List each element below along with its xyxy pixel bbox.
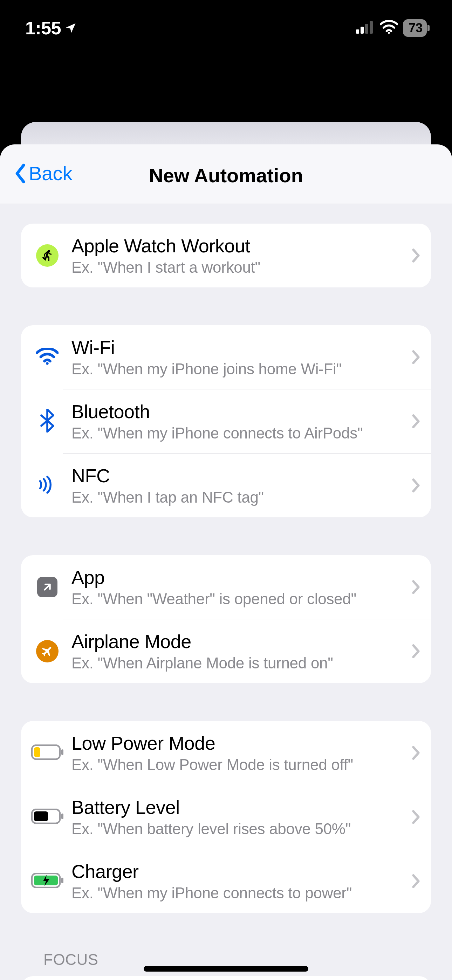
row-charger[interactable]: Charger Ex. "When my iPhone connects to … xyxy=(63,849,431,913)
row-title: Apple Watch Workout xyxy=(72,235,404,256)
svg-rect-2 xyxy=(365,24,368,33)
svg-rect-9 xyxy=(34,747,40,757)
battery-icon: 73 xyxy=(403,19,427,37)
battery-percent: 73 xyxy=(409,21,423,35)
row-wifi[interactable]: Wi-Fi Ex. "When my iPhone joins home Wi-… xyxy=(21,325,431,389)
app-icon xyxy=(37,577,57,597)
row-title: Airplane Mode xyxy=(72,630,404,652)
group-connectivity: Wi-Fi Ex. "When my iPhone joins home Wi-… xyxy=(21,325,431,517)
page-title: New Automation xyxy=(0,164,452,187)
airplane-icon xyxy=(36,640,59,662)
chevron-right-icon xyxy=(404,414,420,429)
cellular-icon xyxy=(356,21,375,35)
svg-rect-12 xyxy=(34,811,48,821)
svg-point-4 xyxy=(388,32,390,34)
row-title: Battery Level xyxy=(72,796,404,818)
row-subtitle: Ex. "When battery level rises above 50%" xyxy=(72,820,404,838)
chevron-right-icon xyxy=(404,644,420,659)
scroll-area[interactable]: Apple Watch Workout Ex. "When I start a … xyxy=(0,204,452,980)
group-power: Low Power Mode Ex. "When Low Power Mode … xyxy=(21,721,431,913)
chevron-right-icon xyxy=(404,478,420,493)
row-subtitle: Ex. "When Airplane Mode is turned on" xyxy=(72,654,404,672)
modal-sheet: Back New Automation Apple Watch Workout … xyxy=(0,145,452,980)
section-header-focus: FOCUS xyxy=(21,951,431,976)
row-subtitle: Ex. "When my iPhone joins home Wi-Fi" xyxy=(72,360,404,378)
chevron-right-icon xyxy=(404,248,420,263)
group-app: App Ex. "When "Weather" is opened or clo… xyxy=(21,555,431,683)
nfc-icon xyxy=(37,475,58,496)
row-subtitle: Ex. "When my iPhone connects to AirPods" xyxy=(72,425,404,442)
svg-rect-3 xyxy=(370,21,373,33)
chevron-right-icon xyxy=(404,809,420,825)
group-workout: Apple Watch Workout Ex. "When I start a … xyxy=(21,224,431,287)
row-bluetooth[interactable]: Bluetooth Ex. "When my iPhone connects t… xyxy=(63,389,431,453)
status-bar: 1:55 73 xyxy=(0,0,452,46)
row-low-power-mode[interactable]: Low Power Mode Ex. "When Low Power Mode … xyxy=(21,721,431,785)
location-icon xyxy=(64,22,77,34)
navigation-bar: Back New Automation xyxy=(0,145,452,204)
chevron-right-icon xyxy=(404,873,420,889)
status-time: 1:55 xyxy=(25,18,61,38)
charger-icon xyxy=(31,873,64,889)
row-subtitle: Ex. "When I start a workout" xyxy=(72,259,404,276)
group-focus: Do Not Disturb Ex. "When turning Do Not … xyxy=(21,976,431,980)
row-title: Bluetooth xyxy=(72,401,404,422)
row-title: Wi-Fi xyxy=(72,336,404,358)
row-nfc[interactable]: NFC Ex. "When I tap an NFC tag" xyxy=(63,453,431,517)
row-title: NFC xyxy=(72,465,404,487)
home-indicator[interactable] xyxy=(144,966,308,972)
workout-icon xyxy=(36,244,59,267)
wifi-icon xyxy=(380,20,398,36)
svg-point-6 xyxy=(46,362,48,364)
row-battery-level[interactable]: Battery Level Ex. "When battery level ri… xyxy=(63,785,431,849)
row-subtitle: Ex. "When "Weather" is opened or closed" xyxy=(72,590,404,608)
row-do-not-disturb[interactable]: Do Not Disturb Ex. "When turning Do Not … xyxy=(21,976,431,980)
chevron-right-icon xyxy=(404,350,420,365)
row-app[interactable]: App Ex. "When "Weather" is opened or clo… xyxy=(21,555,431,619)
row-title: Charger xyxy=(72,861,404,882)
row-subtitle: Ex. "When I tap an NFC tag" xyxy=(72,488,404,506)
low-power-icon xyxy=(31,745,64,761)
row-title: Low Power Mode xyxy=(72,732,404,754)
row-apple-watch-workout[interactable]: Apple Watch Workout Ex. "When I start a … xyxy=(21,224,431,287)
bluetooth-icon xyxy=(40,409,55,434)
svg-rect-0 xyxy=(356,29,359,33)
wifi-icon xyxy=(36,348,59,367)
row-subtitle: Ex. "When Low Power Mode is turned off" xyxy=(72,756,404,773)
svg-rect-1 xyxy=(361,27,364,33)
row-subtitle: Ex. "When my iPhone connects to power" xyxy=(72,884,404,902)
chevron-right-icon xyxy=(404,745,420,760)
battery-level-icon xyxy=(31,808,64,826)
row-title: App xyxy=(72,566,404,588)
chevron-right-icon xyxy=(404,579,420,595)
row-airplane-mode[interactable]: Airplane Mode Ex. "When Airplane Mode is… xyxy=(63,619,431,683)
